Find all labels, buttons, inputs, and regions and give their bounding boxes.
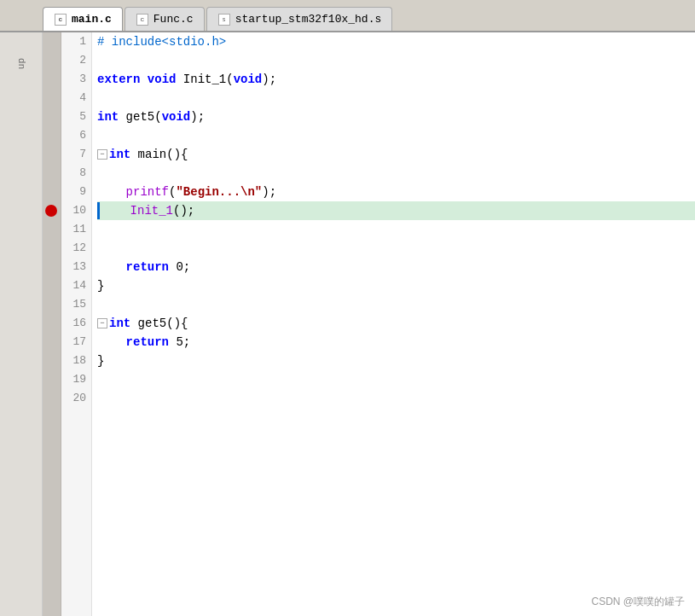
fold-icon-7[interactable]: − <box>97 149 107 160</box>
watermark: CSDN @噗噗的罐子 <box>591 595 685 609</box>
code-line-18: } <box>97 352 695 370</box>
code-editor[interactable]: # include<stdio.h> extern void Init_1( v… <box>92 32 695 616</box>
code-line-11 <box>97 220 695 239</box>
code-line-1: # include<stdio.h> <box>97 32 695 51</box>
code-line-7: − int main(){ <box>97 145 695 164</box>
code-line-13: return 0; <box>97 258 695 276</box>
tab-bar: c main.c c Func.c s startup_stm32f10x_hd… <box>0 0 695 32</box>
code-line-8 <box>97 164 695 183</box>
breakpoint-column[interactable] <box>43 32 61 616</box>
code-line-19 <box>97 370 695 389</box>
tab-func-c[interactable]: c Func.c <box>125 7 205 31</box>
s-file-icon: s <box>217 13 231 26</box>
code-line-12 <box>97 239 695 258</box>
sidebar-gutter: up <box>0 32 43 616</box>
code-line-4 <box>97 89 695 108</box>
code-line-20 <box>97 389 695 408</box>
c-file-icon: c <box>54 13 67 26</box>
c-file-icon-2: c <box>136 13 149 26</box>
code-line-2 <box>97 51 695 70</box>
code-line-6 <box>97 126 695 145</box>
tab-startup[interactable]: s startup_stm32f10x_hd.s <box>206 7 393 31</box>
fold-icon-16[interactable]: − <box>97 318 107 328</box>
main-content: up 1 2 3 4 5 6 7 8 9 10 11 12 <box>0 32 695 616</box>
code-line-9: printf ( "Begin...\n" ); <box>97 183 695 201</box>
code-line-17: return 5; <box>97 333 695 352</box>
sidebar-label: up <box>16 58 26 69</box>
breakpoint-dot[interactable] <box>45 205 57 217</box>
current-line-indicator <box>97 202 100 219</box>
code-line-3: extern void Init_1( void ); <box>97 70 695 89</box>
code-line-10: Init_1 (); <box>97 201 695 220</box>
code-line-16: − int get5(){ <box>97 314 695 333</box>
tab-main-c[interactable]: c main.c <box>43 7 123 31</box>
line-numbers: 1 2 3 4 5 6 7 8 9 10 11 12 13 14 15 16 1… <box>61 32 92 616</box>
editor-wrapper[interactable]: 1 2 3 4 5 6 7 8 9 10 11 12 13 14 15 16 1… <box>43 32 695 616</box>
code-line-5: int get5( void ); <box>97 108 695 126</box>
code-line-15 <box>97 295 695 314</box>
code-line-14: } <box>97 276 695 295</box>
app-window: c main.c c Func.c s startup_stm32f10x_hd… <box>0 0 695 616</box>
